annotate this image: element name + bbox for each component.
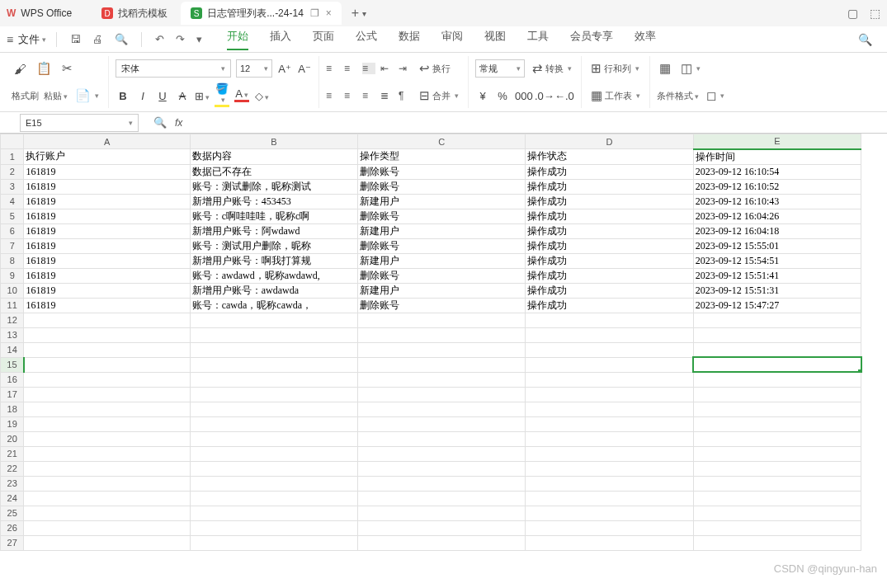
cell[interactable] xyxy=(526,446,693,461)
cell[interactable]: 操作成功 xyxy=(526,179,693,194)
cell[interactable] xyxy=(190,535,357,550)
cell[interactable] xyxy=(24,342,190,357)
cell[interactable] xyxy=(526,357,693,372)
cell[interactable] xyxy=(358,372,526,387)
print-icon[interactable]: 🖨 xyxy=(89,33,106,45)
cell[interactable]: 操作成功 xyxy=(526,164,693,179)
cell[interactable] xyxy=(526,387,693,402)
row-header[interactable]: 9 xyxy=(1,268,24,283)
cell[interactable]: 2023-09-12 16:04:18 xyxy=(693,223,861,238)
format-painter-label[interactable]: 格式刷 xyxy=(12,90,39,102)
align-top-icon[interactable]: ≡ xyxy=(326,63,339,74)
chevron-down-icon[interactable]: ▾ xyxy=(129,119,133,127)
cell[interactable] xyxy=(24,520,190,535)
merge-button[interactable]: ⊟合并 xyxy=(417,87,461,105)
cell[interactable] xyxy=(693,357,861,372)
cell[interactable] xyxy=(693,372,861,387)
col-header-E[interactable]: E xyxy=(693,134,861,149)
cell[interactable] xyxy=(24,446,190,461)
cell[interactable]: 新增用户账号：awdawda xyxy=(190,283,357,298)
cell[interactable] xyxy=(24,372,190,387)
cell[interactable] xyxy=(358,402,526,416)
cell[interactable] xyxy=(24,327,190,342)
cell[interactable]: 新建用户 xyxy=(358,194,526,209)
window-icon[interactable]: ❐ xyxy=(310,7,319,19)
cell[interactable] xyxy=(24,476,190,491)
font-shrink-icon[interactable]: A⁻ xyxy=(297,63,312,75)
cell[interactable] xyxy=(358,506,526,520)
font-name-select[interactable]: 宋体▾ xyxy=(116,59,231,78)
underline-button[interactable]: U xyxy=(155,90,170,102)
cell[interactable]: 操作成功 xyxy=(526,298,693,313)
col-header-B[interactable]: B xyxy=(190,134,357,149)
cell[interactable]: 操作成功 xyxy=(526,238,693,253)
cell[interactable]: 161819 xyxy=(24,223,190,238)
menu-review[interactable]: 审阅 xyxy=(441,29,463,50)
number-format-select[interactable]: 常规▾ xyxy=(475,59,525,78)
cell[interactable]: 操作成功 xyxy=(526,209,693,223)
close-icon[interactable]: × xyxy=(326,7,332,19)
cell[interactable] xyxy=(693,446,861,461)
cell[interactable] xyxy=(190,402,357,416)
cell[interactable] xyxy=(693,476,861,491)
cell[interactable] xyxy=(358,535,526,550)
cell[interactable]: 账号：测试用户删除，昵称 xyxy=(190,238,357,253)
preview-icon[interactable]: 🔍 xyxy=(111,33,131,45)
undo-icon[interactable]: ↶ xyxy=(152,33,167,45)
cell[interactable]: 161819 xyxy=(24,194,190,209)
cell[interactable]: 2023-09-12 15:51:41 xyxy=(693,268,861,283)
row-header[interactable]: 10 xyxy=(1,283,24,298)
cell[interactable]: 新建用户 xyxy=(358,283,526,298)
cell[interactable] xyxy=(693,506,861,520)
cell[interactable] xyxy=(358,313,526,327)
cell[interactable]: 161819 xyxy=(24,253,190,268)
cell[interactable]: 161819 xyxy=(24,209,190,223)
cell[interactable] xyxy=(24,402,190,416)
cell[interactable]: 161819 xyxy=(24,238,190,253)
cell[interactable] xyxy=(24,387,190,402)
cell[interactable] xyxy=(190,372,357,387)
cell[interactable]: 新建用户 xyxy=(358,253,526,268)
cell[interactable] xyxy=(358,446,526,461)
cell[interactable]: 新增用户账号：阿wdawd xyxy=(190,223,357,238)
cell[interactable]: 操作成功 xyxy=(526,268,693,283)
zoom-icon[interactable]: 🔍 xyxy=(153,116,167,129)
cell[interactable]: 2023-09-12 16:04:26 xyxy=(693,209,861,223)
align-right-icon[interactable]: ≡ xyxy=(362,90,375,101)
align-justify-icon[interactable]: ≣ xyxy=(380,90,394,101)
cell[interactable] xyxy=(526,535,693,550)
cell[interactable]: 2023-09-12 15:51:31 xyxy=(693,283,861,298)
rowcol-button[interactable]: ⊞行和列 xyxy=(588,59,642,78)
cell[interactable] xyxy=(358,327,526,342)
file-menu[interactable]: 文件 ▾ xyxy=(18,32,46,47)
cell[interactable] xyxy=(24,416,190,431)
cell[interactable]: 161819 xyxy=(24,298,190,313)
cell[interactable]: 操作时间 xyxy=(693,149,861,165)
rtl-icon[interactable]: ¶ xyxy=(399,90,412,101)
cell[interactable] xyxy=(526,402,693,416)
cube-icon[interactable]: ⬚ xyxy=(870,7,880,20)
cell[interactable] xyxy=(358,491,526,506)
cell[interactable]: 数据内容 xyxy=(190,149,357,165)
cell[interactable] xyxy=(190,327,357,342)
row-header[interactable]: 1 xyxy=(1,149,24,165)
row-header[interactable]: 2 xyxy=(1,164,24,179)
cell[interactable]: 账号：c啊哇哇哇，昵称c啊 xyxy=(190,209,357,223)
row-header[interactable]: 11 xyxy=(1,298,24,313)
cell[interactable] xyxy=(693,402,861,416)
format-dropdown-icon[interactable]: ◻ xyxy=(704,87,727,105)
row-header[interactable]: 8 xyxy=(1,253,24,268)
cell[interactable]: 操作成功 xyxy=(526,253,693,268)
cell[interactable]: 删除账号 xyxy=(358,209,526,223)
cell[interactable]: 操作成功 xyxy=(526,283,693,298)
cell[interactable] xyxy=(190,506,357,520)
menu-insert[interactable]: 插入 xyxy=(270,29,291,50)
paste-icon[interactable]: 📋 xyxy=(34,59,54,78)
cell[interactable] xyxy=(526,461,693,476)
row-header[interactable]: 6 xyxy=(1,223,24,238)
menu-vip[interactable]: 会员专享 xyxy=(570,29,613,50)
menu-page[interactable]: 页面 xyxy=(313,29,334,50)
cell[interactable] xyxy=(526,520,693,535)
row-header[interactable]: 4 xyxy=(1,194,24,209)
thousand-icon[interactable]: 000 xyxy=(515,90,530,102)
